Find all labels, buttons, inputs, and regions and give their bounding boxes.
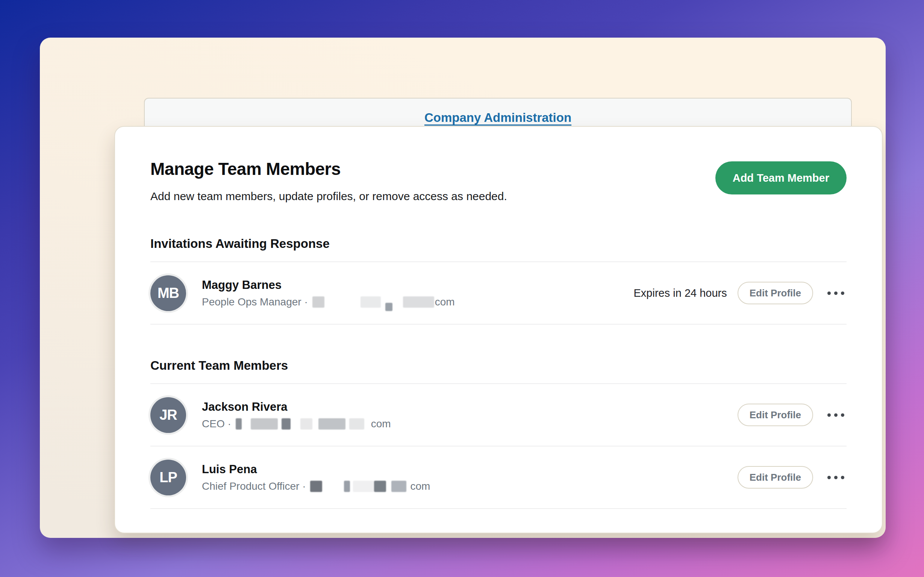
row-actions: Edit Profile [738, 466, 847, 488]
ellipsis-icon [828, 292, 844, 295]
redaction-block [251, 418, 278, 430]
member-role-line: Chief Product Officer · com [202, 480, 430, 492]
redaction-block [385, 303, 392, 311]
status-text: Expires in 24 hours [634, 287, 727, 300]
app-window: Company Administration Manage Team Membe… [40, 38, 885, 538]
member-role-line: People Ops Manager · com [202, 296, 455, 308]
redaction-block [403, 297, 434, 308]
redaction-block [242, 418, 251, 430]
member-section: Current Team Members JR Jackson Rivera C… [150, 358, 847, 509]
ellipsis-icon [828, 413, 844, 417]
section-heading: Current Team Members [150, 358, 847, 373]
edit-profile-button[interactable]: Edit Profile [738, 404, 813, 426]
redaction-block [350, 481, 353, 492]
redacted-email [312, 297, 434, 308]
redaction-block [407, 481, 409, 492]
member-name: Maggy Barnes [202, 278, 455, 292]
member-role: Chief Product Officer · [202, 480, 305, 492]
add-team-member-button[interactable]: Add Team Member [715, 161, 847, 195]
redaction-block [374, 481, 386, 492]
redacted-email [310, 481, 409, 492]
avatar: JR [150, 397, 186, 433]
redaction-block [386, 481, 391, 492]
redaction-block [318, 418, 345, 430]
redaction-block [360, 297, 381, 308]
member-role: CEO · [202, 418, 231, 430]
redaction-block [312, 297, 325, 308]
section-rows: JR Jackson Rivera CEO · com Edit Profile… [150, 383, 847, 509]
section-rows: MB Maggy Barnes People Ops Manager · com… [150, 261, 847, 325]
member-role-line: CEO · com [202, 418, 391, 430]
redaction-block [345, 418, 349, 430]
redaction-block [349, 418, 364, 430]
member-row: LP Luis Pena Chief Product Officer · com… [150, 446, 847, 509]
redaction-block [281, 418, 291, 430]
edit-profile-button[interactable]: Edit Profile [738, 466, 813, 488]
redaction-block [364, 418, 370, 430]
redaction-block [236, 418, 242, 430]
redaction-block [312, 418, 318, 430]
panel-header: Manage Team Members Add new team members… [150, 127, 847, 203]
redaction-block [291, 418, 301, 430]
row-actions: Expires in 24 hours Edit Profile [634, 282, 847, 304]
member-name: Luis Pena [202, 463, 430, 476]
member-info: Maggy Barnes People Ops Manager · com [202, 278, 455, 308]
panel-header-text: Manage Team Members Add new team members… [150, 159, 507, 203]
section-heading: Invitations Awaiting Response [150, 237, 847, 251]
manage-team-members-panel: Manage Team Members Add new team members… [114, 126, 883, 533]
redacted-email [236, 418, 370, 430]
member-section: Invitations Awaiting Response MB Maggy B… [150, 237, 847, 325]
email-suffix: com [371, 418, 391, 430]
edit-profile-button[interactable]: Edit Profile [738, 282, 813, 304]
redaction-block [310, 481, 322, 492]
member-row: MB Maggy Barnes People Ops Manager · com… [150, 262, 847, 325]
email-suffix: com [435, 296, 455, 308]
avatar: LP [150, 459, 186, 495]
company-administration-link[interactable]: Company Administration [424, 111, 571, 125]
page-title: Manage Team Members [150, 159, 507, 179]
redaction-block [391, 481, 407, 492]
sections: Invitations Awaiting Response MB Maggy B… [150, 237, 847, 509]
member-row: JR Jackson Rivera CEO · com Edit Profile [150, 384, 847, 446]
redaction-block [325, 297, 360, 308]
redaction-block [392, 297, 403, 308]
ellipsis-icon [828, 476, 844, 479]
more-options-button[interactable] [825, 287, 847, 300]
member-info: Jackson Rivera CEO · com [202, 400, 391, 430]
desktop-background: Company Administration Manage Team Membe… [0, 0, 924, 577]
more-options-button[interactable] [825, 471, 847, 484]
page-subtitle: Add new team members, update profiles, o… [150, 190, 507, 203]
redaction-block [353, 481, 374, 492]
member-info: Luis Pena Chief Product Officer · com [202, 463, 430, 492]
redaction-block [381, 297, 385, 308]
redaction-block [344, 481, 350, 492]
email-suffix: com [410, 480, 430, 492]
row-actions: Edit Profile [738, 404, 847, 426]
redaction-block [322, 481, 344, 492]
more-options-button[interactable] [825, 409, 847, 421]
avatar: MB [150, 276, 186, 311]
member-name: Jackson Rivera [202, 400, 391, 414]
redaction-block [278, 418, 281, 430]
member-role: People Ops Manager · [202, 296, 308, 308]
redaction-block [301, 418, 312, 430]
